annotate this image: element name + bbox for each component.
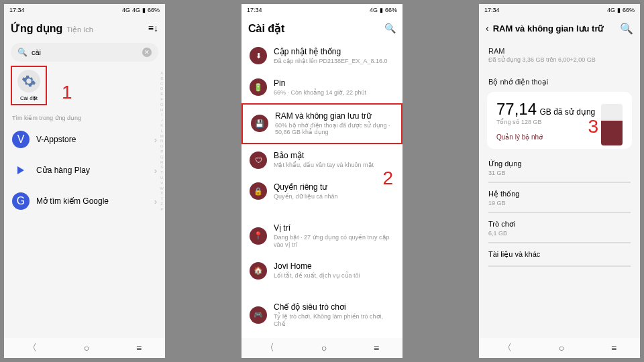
storage-cat-0[interactable]: Ứng dụng31 GB — [479, 153, 640, 178]
storage-title: Bộ nhớ điện thoại — [479, 68, 640, 88]
search-icon[interactable]: 🔍 — [620, 22, 633, 35]
list-item-play[interactable]: Cửa hàng Play › — [4, 155, 165, 186]
settings-icon: ⬇ — [250, 47, 267, 64]
gear-icon — [17, 70, 40, 93]
list-item-google-search[interactable]: G Mở tìm kiếm Google › — [4, 186, 165, 217]
settings-item-1[interactable]: 🔋Pin66% · Còn khoảng 14 giờ, 22 phút — [241, 72, 402, 103]
callout-2: 2 — [382, 168, 393, 189]
storage-used-unit: GB đã sử dụng — [540, 107, 596, 117]
page-title: Cài đặt — [248, 22, 284, 35]
app-result-settings[interactable]: Cài đặt — [11, 66, 47, 105]
settings-icon: 🛡 — [250, 152, 267, 169]
storage-used-value: 77,14 — [496, 100, 537, 118]
status-time: 17:34 — [9, 7, 25, 13]
settings-icon: 🔋 — [250, 78, 267, 96]
back-arrow-icon[interactable]: ‹ — [486, 23, 489, 34]
settings-item-3[interactable]: 🛡Bảo mậtMật khẩu, dấu vân tay và khuôn m… — [241, 144, 402, 176]
settings-icon: 🔒 — [250, 182, 267, 200]
settings-item-7[interactable]: 🎮Chế độ siêu trò chơiTỷ lệ trò chơi, Khô… — [241, 296, 402, 335]
settings-icon: 💾 — [251, 115, 268, 132]
storage-card[interactable]: 77,14 GB đã sử dụng Tổng số 128 GB Quản … — [487, 92, 632, 149]
settings-item-5[interactable]: 📍Vị tríĐang bật · 27 ứng dụng có quyền t… — [241, 217, 402, 255]
search-input-wrapper[interactable]: 🔍 ✕ — [11, 43, 158, 62]
section-hint: Tìm kiếm trong ứng dụng — [4, 109, 165, 124]
settings-item-4[interactable]: 🔒Quyền riêng tưQuyền, dữ liệu cá nhân — [241, 176, 402, 207]
storage-cat-3[interactable]: Tài liệu và khác — [479, 243, 640, 261]
app-label: Cài đặt — [13, 95, 44, 101]
search-icon[interactable]: 🔍 — [384, 23, 396, 34]
screen-storage: 17:34 4G▮66% ‹ RAM và không gian lưu trữ… — [479, 4, 640, 358]
storage-cat-2[interactable]: Trò chơi6,1 GB — [479, 213, 640, 238]
back-icon[interactable]: 〈 — [28, 342, 37, 354]
recent-icon[interactable]: ≡ — [374, 343, 379, 353]
settings-item-0[interactable]: ⬇Cập nhật hệ thốngĐã cập nhật lên PD2138… — [241, 40, 402, 72]
search-icon: 🔍 — [17, 48, 28, 57]
nav-bar: 〈 ○ ≡ — [241, 338, 402, 358]
header: Cài đặt 🔍 — [241, 16, 402, 40]
back-icon[interactable]: 〈 — [265, 342, 274, 354]
nav-bar: 〈 ○ ≡ — [479, 338, 640, 358]
settings-icon: 🎮 — [250, 306, 267, 324]
status-bar: 17:34 4G▮66% — [479, 4, 640, 16]
screen-apps-search: 17:34 4G 4G ▮ 66% Ứng dụng Tiện ích ≡↓ 🔍… — [4, 4, 165, 358]
ram-sub: Đã sử dụng 3,36 GB trên 6,00+2,00 GB — [479, 56, 640, 68]
back-icon[interactable]: 〈 — [502, 342, 512, 354]
storage-cat-1[interactable]: Hệ thống19 GB — [479, 183, 640, 208]
play-store-icon — [12, 162, 30, 179]
ram-title: RAM — [479, 40, 640, 56]
alpha-index[interactable]: ABCDEFGHIJKLMNOPQRSTUVWXYZ# — [160, 71, 164, 213]
search-input[interactable] — [32, 48, 142, 56]
settings-icon: 🏠 — [250, 262, 267, 280]
status-bar: 17:34 4G▮66% — [241, 4, 402, 16]
settings-item-6[interactable]: 🏠Jovi HomeLối tắt, đề xuất, dịch vụ của … — [241, 255, 402, 286]
home-icon[interactable]: ○ — [84, 343, 89, 353]
header-tab-widgets[interactable]: Tiện ích — [66, 25, 93, 34]
status-bar: 17:34 4G 4G ▮ 66% — [4, 4, 165, 16]
home-icon[interactable]: ○ — [559, 343, 564, 353]
header: ‹ RAM và không gian lưu trữ 🔍 — [479, 16, 640, 40]
recent-icon[interactable]: ≡ — [136, 343, 142, 353]
settings-icon: 📍 — [250, 227, 267, 245]
header: Ứng dụng Tiện ích ≡↓ — [4, 16, 165, 40]
sort-icon[interactable]: ≡↓ — [148, 23, 158, 34]
home-icon[interactable]: ○ — [321, 343, 327, 353]
nav-bar: 〈 ○ ≡ — [4, 338, 165, 358]
settings-item-2[interactable]: 💾RAM và không gian lưu trữ60% bộ nhớ điệ… — [241, 103, 402, 145]
callout-3: 3 — [588, 116, 598, 137]
header-title: Ứng dụng — [11, 22, 62, 35]
status-indicators: 4G 4G ▮ 66% — [122, 7, 160, 13]
chevron-right-icon: › — [154, 135, 157, 145]
chevron-right-icon: › — [154, 196, 157, 206]
google-icon: G — [12, 192, 30, 210]
page-title: RAM và không gian lưu trữ — [493, 23, 604, 34]
clear-icon[interactable]: ✕ — [142, 48, 152, 57]
appstore-icon: V — [12, 131, 30, 148]
chevron-right-icon: › — [154, 166, 157, 176]
screen-settings: 17:34 4G▮66% Cài đặt 🔍 ⬇Cập nhật hệ thốn… — [241, 4, 402, 358]
callout-1: 1 — [62, 82, 72, 103]
storage-bar — [601, 104, 623, 145]
list-item-vappstore[interactable]: V V-Appstore › — [4, 124, 165, 155]
recent-icon[interactable]: ≡ — [611, 343, 616, 353]
